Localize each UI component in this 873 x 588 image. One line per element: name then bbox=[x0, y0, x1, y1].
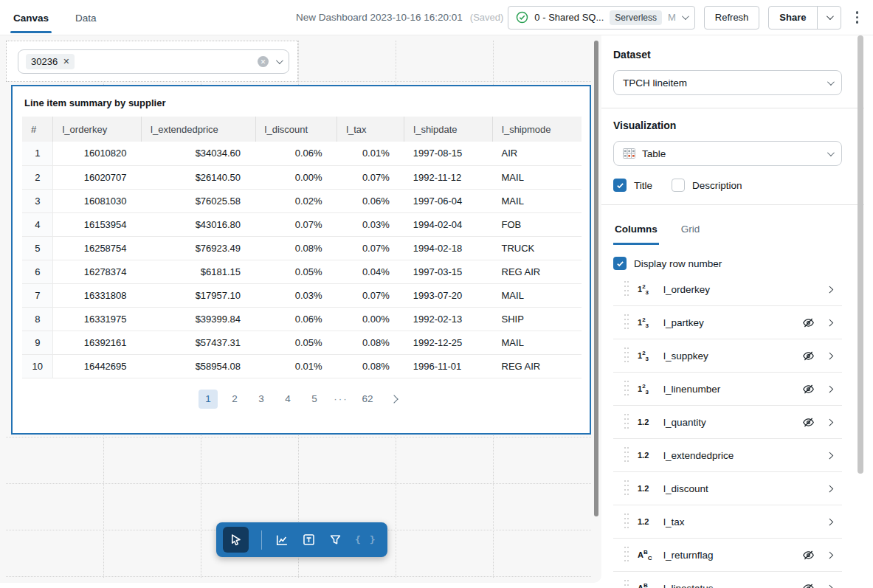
share-split-button: Share bbox=[768, 6, 841, 30]
pagination-page[interactable]: 2 bbox=[225, 390, 244, 409]
drag-handle[interactable] bbox=[624, 412, 629, 432]
hidden-eye-icon[interactable] bbox=[802, 582, 815, 588]
column-list-item[interactable]: 123l_suppkey bbox=[613, 339, 842, 373]
pagination-next-button[interactable] bbox=[384, 390, 404, 409]
display-row-number-checkbox[interactable] bbox=[613, 257, 627, 270]
column-name: l_partkey bbox=[663, 317, 704, 328]
display-row-number-group[interactable]: Display row number bbox=[613, 257, 842, 270]
warehouse-size: M bbox=[668, 12, 676, 23]
drag-handle[interactable] bbox=[624, 578, 629, 588]
braces-icon: { } bbox=[355, 534, 376, 545]
chevron-right-icon[interactable] bbox=[826, 286, 832, 292]
add-visualization-button[interactable] bbox=[275, 533, 289, 547]
title-checkbox-group[interactable]: Title bbox=[613, 179, 652, 192]
string-type-icon: ABC bbox=[638, 549, 655, 561]
parameters-button[interactable]: { } bbox=[355, 534, 376, 545]
pagination-page[interactable]: 3 bbox=[252, 390, 271, 409]
chevron-right-icon[interactable] bbox=[826, 485, 832, 491]
pagination-page[interactable]: 1 bbox=[199, 390, 218, 409]
table-cell: 16392161 bbox=[53, 331, 142, 354]
chevron-right-icon[interactable] bbox=[826, 352, 832, 359]
integer-type-icon: 123 bbox=[638, 317, 655, 329]
config-panel: Dataset TPCH lineitem Visualization Tabl bbox=[601, 35, 873, 588]
table-cell: REG AIR bbox=[493, 354, 582, 378]
table-cell: 0.01% bbox=[337, 142, 404, 165]
chevron-right-icon[interactable] bbox=[826, 551, 832, 558]
panel-scrollbar[interactable] bbox=[858, 35, 863, 474]
column-list-item[interactable]: 123l_linenumber bbox=[613, 373, 842, 406]
column-list-item[interactable]: 1.2l_tax bbox=[613, 505, 842, 539]
share-button[interactable]: Share bbox=[769, 7, 816, 29]
hidden-eye-icon[interactable] bbox=[802, 317, 815, 329]
chevron-right-icon[interactable] bbox=[826, 418, 832, 425]
tab-grid[interactable]: Grid bbox=[680, 216, 702, 245]
add-text-button[interactable] bbox=[302, 533, 316, 547]
drag-handle[interactable] bbox=[624, 446, 629, 465]
topbar: Canvas Data New Dashboard 2023-10-16 16:… bbox=[0, 0, 873, 35]
add-filter-button[interactable] bbox=[328, 533, 342, 547]
column-list-item[interactable]: ABCl_linestatus bbox=[613, 572, 842, 588]
description-checkbox[interactable] bbox=[672, 179, 685, 192]
canvas-scrollbar[interactable] bbox=[594, 41, 598, 516]
drag-handle[interactable] bbox=[624, 346, 629, 365]
column-header[interactable]: l_extendedprice bbox=[142, 117, 256, 142]
filter-select[interactable]: 30236 ✕ ✕ bbox=[18, 49, 289, 74]
column-list-item[interactable]: 123l_orderkey bbox=[613, 273, 842, 306]
more-options-button[interactable] bbox=[853, 8, 862, 27]
clear-filter-icon[interactable]: ✕ bbox=[258, 56, 269, 67]
share-dropdown-button[interactable] bbox=[817, 7, 841, 29]
column-header[interactable]: l_orderkey bbox=[53, 117, 142, 142]
chevron-right-icon[interactable] bbox=[826, 584, 832, 588]
filter-chip: 30236 ✕ bbox=[26, 54, 75, 69]
drag-handle[interactable] bbox=[624, 379, 629, 398]
drag-handle-icon bbox=[624, 346, 629, 365]
chevron-right-icon[interactable] bbox=[826, 319, 832, 325]
column-header[interactable]: l_tax bbox=[337, 117, 404, 142]
title-checkbox[interactable] bbox=[613, 179, 627, 192]
chip-remove-icon[interactable]: ✕ bbox=[63, 57, 69, 66]
chevron-right-icon[interactable] bbox=[826, 518, 832, 525]
drag-handle[interactable] bbox=[624, 545, 629, 564]
pagination-page[interactable]: 4 bbox=[278, 390, 297, 409]
description-checkbox-label: Description bbox=[692, 180, 742, 191]
hidden-eye-icon[interactable] bbox=[802, 549, 815, 561]
dashboard-canvas[interactable]: 30236 ✕ ✕ Line item summary by supplier … bbox=[0, 35, 601, 583]
column-list-item[interactable]: ABCl_returnflag bbox=[613, 539, 842, 572]
chevron-right-icon[interactable] bbox=[826, 452, 832, 458]
table-widget[interactable]: Line item summary by supplier #l_orderke… bbox=[11, 85, 591, 435]
column-list-item[interactable]: 1.2l_discount bbox=[613, 472, 842, 505]
column-header[interactable]: # bbox=[22, 117, 53, 142]
column-header[interactable]: l_shipmode bbox=[493, 117, 582, 142]
warehouse-selector[interactable]: 0 - Shared SQ... Serverless M bbox=[508, 6, 694, 30]
column-header[interactable]: l_discount bbox=[255, 117, 337, 142]
refresh-button[interactable]: Refresh bbox=[704, 6, 760, 30]
tab-columns[interactable]: Columns bbox=[613, 216, 659, 245]
row-number-cell: 5 bbox=[22, 236, 53, 260]
hidden-eye-icon[interactable] bbox=[802, 416, 815, 429]
drag-handle[interactable] bbox=[624, 479, 629, 498]
pagination-page[interactable]: 5 bbox=[305, 390, 324, 409]
tab-data-label: Data bbox=[75, 13, 97, 24]
hidden-eye-icon[interactable] bbox=[802, 383, 815, 395]
pagination-page[interactable]: 62 bbox=[358, 390, 377, 409]
dataset-select[interactable]: TPCH lineitem bbox=[613, 70, 842, 95]
hidden-eye-icon[interactable] bbox=[802, 350, 815, 362]
cursor-tool-button[interactable] bbox=[223, 527, 249, 553]
table-cell: 16278374 bbox=[53, 260, 142, 283]
column-list-item[interactable]: 1.2l_quantity bbox=[613, 406, 842, 439]
tab-data[interactable]: Data bbox=[72, 1, 100, 33]
table-cell: 0.07% bbox=[337, 236, 404, 260]
visualization-select[interactable]: Table bbox=[613, 141, 842, 166]
column-list-item[interactable]: 123l_partkey bbox=[613, 306, 842, 339]
drag-handle[interactable] bbox=[624, 512, 629, 531]
filter-widget[interactable]: 30236 ✕ ✕ bbox=[6, 41, 298, 82]
column-header[interactable]: l_shipdate bbox=[404, 117, 493, 142]
drag-handle[interactable] bbox=[624, 313, 629, 332]
description-checkbox-group[interactable]: Description bbox=[672, 179, 742, 192]
drag-handle[interactable] bbox=[624, 280, 629, 299]
chevron-right-icon[interactable] bbox=[826, 385, 832, 392]
table-cell: 0.05% bbox=[255, 260, 337, 283]
row-number-cell: 6 bbox=[22, 260, 53, 283]
tab-canvas[interactable]: Canvas bbox=[10, 1, 52, 33]
column-list-item[interactable]: 1.2l_extendedprice bbox=[613, 439, 842, 472]
